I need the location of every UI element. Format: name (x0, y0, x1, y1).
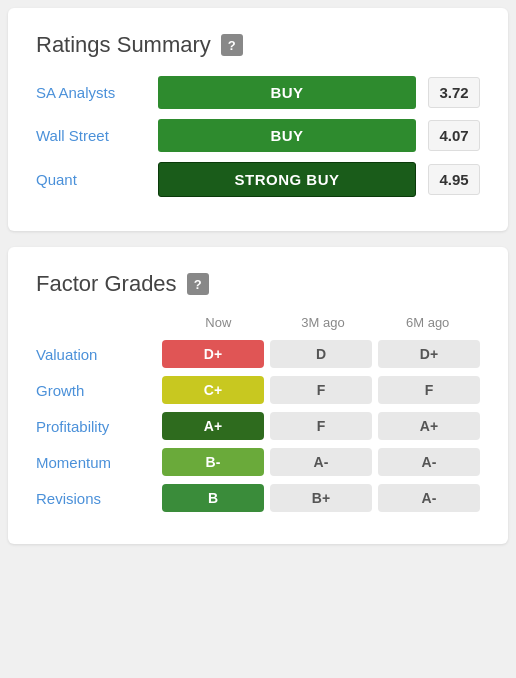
ratings-row: Quant STRONG BUY 4.95 (36, 162, 480, 197)
ratings-summary-label: Ratings Summary (36, 32, 211, 58)
grade-6m: A- (378, 448, 480, 476)
factor-grades-title: Factor Grades ? (36, 271, 480, 297)
ratings-score: 3.72 (428, 77, 480, 108)
ratings-rows: SA Analysts BUY 3.72 Wall Street BUY 4.0… (36, 76, 480, 197)
grade-3m: B+ (270, 484, 372, 512)
grade-3m: F (270, 376, 372, 404)
grade-label[interactable]: Growth (36, 382, 156, 399)
ratings-row: SA Analysts BUY 3.72 (36, 76, 480, 109)
grade-3m: F (270, 412, 372, 440)
ratings-btn[interactable]: BUY (158, 119, 416, 152)
grade-row: Valuation D+ D D+ (36, 340, 480, 368)
grade-label[interactable]: Profitability (36, 418, 156, 435)
ratings-score: 4.95 (428, 164, 480, 195)
grade-row: Profitability A+ F A+ (36, 412, 480, 440)
factor-grades-card: Factor Grades ? Now 3M ago 6M ago Valuat… (8, 247, 508, 544)
grade-row: Momentum B- A- A- (36, 448, 480, 476)
grade-6m: A+ (378, 412, 480, 440)
grade-now: B (162, 484, 264, 512)
grades-header-now: Now (166, 315, 271, 330)
grade-now: D+ (162, 340, 264, 368)
grade-now: B- (162, 448, 264, 476)
ratings-btn[interactable]: STRONG BUY (158, 162, 416, 197)
ratings-summary-title: Ratings Summary ? (36, 32, 480, 58)
grade-row: Growth C+ F F (36, 376, 480, 404)
factor-grades-label: Factor Grades (36, 271, 177, 297)
grade-3m: A- (270, 448, 372, 476)
grade-6m: D+ (378, 340, 480, 368)
grade-3m: D (270, 340, 372, 368)
ratings-row-label: SA Analysts (36, 84, 146, 101)
grades-header: Now 3M ago 6M ago (36, 315, 480, 330)
ratings-row: Wall Street BUY 4.07 (36, 119, 480, 152)
grade-row: Revisions B B+ A- (36, 484, 480, 512)
ratings-summary-card: Ratings Summary ? SA Analysts BUY 3.72 W… (8, 8, 508, 231)
grade-label[interactable]: Revisions (36, 490, 156, 507)
grades-header-6m: 6M ago (375, 315, 480, 330)
ratings-score: 4.07 (428, 120, 480, 151)
ratings-row-label: Wall Street (36, 127, 146, 144)
grade-label[interactable]: Valuation (36, 346, 156, 363)
ratings-summary-help-icon[interactable]: ? (221, 34, 243, 56)
grade-now: A+ (162, 412, 264, 440)
grade-6m: A- (378, 484, 480, 512)
ratings-row-label: Quant (36, 171, 146, 188)
grade-label[interactable]: Momentum (36, 454, 156, 471)
grade-now: C+ (162, 376, 264, 404)
grades-rows: Valuation D+ D D+ Growth C+ F F Profitab… (36, 340, 480, 512)
factor-grades-help-icon[interactable]: ? (187, 273, 209, 295)
grade-6m: F (378, 376, 480, 404)
ratings-btn[interactable]: BUY (158, 76, 416, 109)
grades-header-3m: 3M ago (271, 315, 376, 330)
